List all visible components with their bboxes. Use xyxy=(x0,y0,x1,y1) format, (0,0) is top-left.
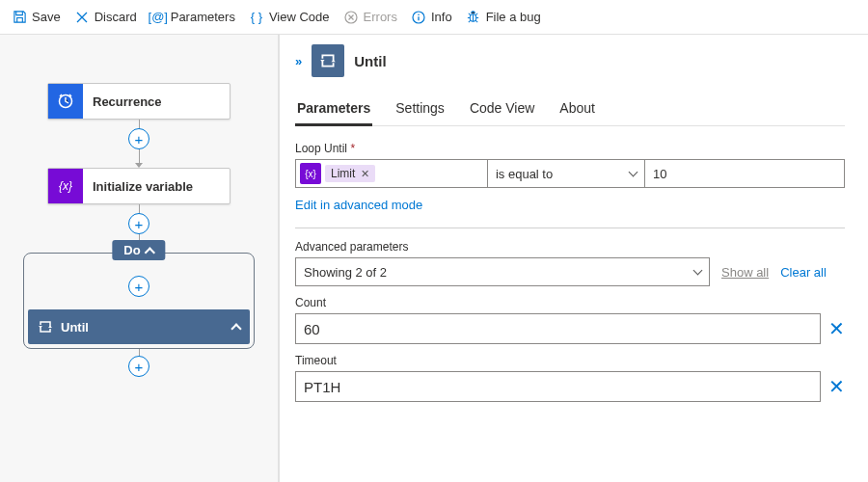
panel-title: Until xyxy=(354,53,386,69)
until-block[interactable]: Do + Until xyxy=(23,253,255,349)
save-button[interactable]: Save xyxy=(12,10,61,25)
token-limit[interactable]: Limit ✕ xyxy=(325,165,375,182)
add-step-button[interactable]: + xyxy=(128,128,149,149)
bug-icon xyxy=(466,10,481,25)
tab-about[interactable]: About xyxy=(557,94,597,125)
info-button[interactable]: Info xyxy=(411,10,452,25)
remove-token-button[interactable]: ✕ xyxy=(361,168,369,180)
node-recurrence[interactable]: Recurrence xyxy=(47,83,231,120)
tab-code-view[interactable]: Code View xyxy=(468,94,536,125)
fx-icon: {x} xyxy=(300,163,321,184)
edit-advanced-link[interactable]: Edit in advanced mode xyxy=(295,198,422,212)
collapse-panel-button[interactable]: » xyxy=(295,54,302,68)
variable-icon: {x} xyxy=(48,169,83,203)
clock-icon xyxy=(48,84,83,119)
error-icon xyxy=(343,10,359,25)
chevron-up-icon xyxy=(145,247,155,257)
until-bar[interactable]: Until xyxy=(28,309,250,344)
count-label: Count xyxy=(295,296,845,309)
chevron-down-icon xyxy=(693,266,703,276)
count-input[interactable]: 60 xyxy=(295,313,821,344)
chevron-down-icon xyxy=(629,168,638,177)
show-all-link[interactable]: Show all xyxy=(721,265,769,280)
parameters-button[interactable]: [@] Parameters xyxy=(150,10,235,25)
tab-parameters[interactable]: Parameters xyxy=(295,94,372,126)
timeout-label: Timeout xyxy=(295,354,845,367)
clear-timeout-button[interactable]: ✕ xyxy=(828,375,845,398)
errors-button: Errors xyxy=(343,10,397,25)
loop-icon xyxy=(38,319,53,335)
properties-panel: » Until Parameters Settings Code View Ab… xyxy=(280,35,868,482)
bug-button[interactable]: File a bug xyxy=(466,10,541,25)
add-step-button[interactable]: + xyxy=(128,356,149,377)
advanced-params-label: Advanced parameters xyxy=(295,240,845,254)
parameters-icon: [@] xyxy=(150,10,166,25)
advanced-params-select[interactable]: Showing 2 of 2 xyxy=(295,257,710,286)
loop-icon xyxy=(312,44,344,77)
svg-point-2 xyxy=(418,13,420,15)
loop-left-input[interactable]: {x} Limit ✕ xyxy=(295,159,488,188)
tabs: Parameters Settings Code View About xyxy=(295,94,845,126)
chevron-up-icon xyxy=(231,323,241,334)
braces-icon: { } xyxy=(249,10,264,25)
operator-select[interactable]: is equal to xyxy=(488,159,645,188)
loop-right-input[interactable]: 10 xyxy=(645,159,845,188)
loop-until-label: Loop Until * xyxy=(295,142,845,155)
divider xyxy=(295,228,845,228)
do-header[interactable]: Do xyxy=(112,240,165,260)
save-icon xyxy=(12,10,27,25)
designer-canvas[interactable]: Recurrence + {x} Initialize variable + D… xyxy=(0,35,280,482)
close-icon xyxy=(74,10,90,25)
view-code-button[interactable]: { } View Code xyxy=(249,10,330,25)
add-step-button[interactable]: + xyxy=(128,213,149,234)
node-initialize-variable[interactable]: {x} Initialize variable xyxy=(47,168,231,204)
toolbar: Save Discard [@] Parameters { } View Cod… xyxy=(0,0,868,35)
clear-count-button[interactable]: ✕ xyxy=(828,317,845,340)
discard-button[interactable]: Discard xyxy=(74,10,137,25)
add-action-button[interactable]: + xyxy=(128,276,149,297)
timeout-input[interactable]: PT1H xyxy=(295,371,821,402)
tab-settings[interactable]: Settings xyxy=(393,94,447,125)
info-icon xyxy=(411,10,426,25)
clear-all-link[interactable]: Clear all xyxy=(780,265,827,280)
